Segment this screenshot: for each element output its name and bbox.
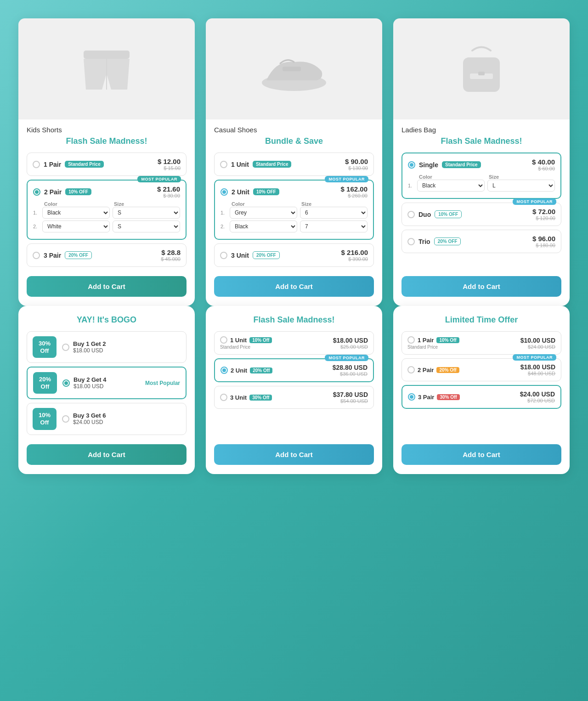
bogo-badge: 10%Off — [33, 408, 57, 430]
bogo-option[interactable]: 10%Off Buy 3 Get 6 $24.00 USD — [27, 403, 187, 435]
option-original-price: $ 130.00 — [345, 165, 368, 171]
add-to-cart-button[interactable]: Add to Cart — [401, 276, 561, 297]
option-badge: 10% OFF — [253, 188, 279, 195]
option-row-2pair[interactable]: MOST POPULAR 2 Pair 10% OFF $ 21.60 $ 30… — [27, 180, 187, 240]
promo-title: Bundle & Save — [214, 136, 374, 146]
option-original-price: $ 15.00 — [158, 165, 181, 171]
radio-button[interactable] — [220, 367, 228, 374]
option-row-2unit[interactable]: MOST POPULAR 2 Unit 20% Off $28.80 USD $… — [214, 358, 374, 382]
size-select[interactable]: XSSMLXL — [113, 220, 180, 232]
radio-button[interactable] — [62, 344, 69, 351]
color-select[interactable]: BlackWhiteGreyRed — [42, 220, 110, 232]
option-label: Trio — [418, 238, 430, 245]
option-original-price: $25.00 USD — [333, 344, 368, 350]
option-row-3pair[interactable]: 3 Pair 30% Off $24.00 USD $72.00 USD — [401, 385, 561, 409]
option-badge: 20% OFF — [253, 251, 280, 259]
add-to-cart-button[interactable]: Add to Cart — [401, 444, 561, 465]
radio-button[interactable] — [62, 415, 69, 423]
size-header: Size — [489, 174, 555, 180]
size-select[interactable]: 56789 — [300, 220, 368, 232]
size-select[interactable]: XSSMLXL — [113, 207, 180, 219]
option-price: $ 90.00 — [345, 158, 368, 165]
option-price: $ 28.8 — [161, 249, 181, 256]
option-original-price: $48.00 USD — [520, 371, 555, 376]
option-badge: 10% Off — [436, 337, 459, 343]
sub-label: Standard Price — [220, 345, 250, 350]
color-select[interactable]: BlackWhiteRed — [417, 180, 485, 192]
option-price: $28.80 USD — [333, 364, 368, 371]
option-label: Duo — [418, 211, 431, 218]
option-row-1unit[interactable]: 1 Unit 10% Off Standard Price $18.00 USD… — [214, 331, 374, 355]
radio-button[interactable] — [220, 161, 227, 168]
option-row-3unit[interactable]: 3 Unit 30% Off $37.80 USD $54.00 USD — [214, 386, 374, 409]
option-badge: 10% OFF — [65, 188, 91, 195]
radio-button[interactable] — [220, 252, 227, 259]
radio-button[interactable] — [33, 188, 40, 196]
option-price: $10.00 USD — [520, 337, 555, 344]
radio-button[interactable] — [220, 336, 227, 344]
most-popular-badge: MOST POPULAR — [325, 355, 368, 361]
option-price: $ 96.00 — [532, 235, 555, 243]
product-card-casual-shoes: Casual Shoes Bundle & Save 1 Unit Standa… — [206, 18, 382, 306]
radio-button[interactable] — [407, 238, 415, 245]
option-row-1unit[interactable]: 1 Unit Standard Price $ 90.00 $ 130.00 — [214, 153, 374, 176]
add-to-cart-button[interactable]: Add to Cart — [27, 276, 187, 297]
bogo-price: $18.00 USD — [73, 347, 181, 354]
select-row: 2. BlackWhiteGreyRed XSSMLXL — [33, 220, 180, 232]
select-row: 1. BlackWhiteGreyRed 56789 — [220, 207, 368, 219]
add-to-cart-button[interactable]: Add to Cart — [27, 444, 187, 465]
option-row-2pair[interactable]: MOST POPULAR 2 Pair 20% Off $18.00 USD $… — [401, 358, 561, 381]
promo-title: YAY! It's BOGO — [27, 315, 187, 325]
option-original-price: $ 120.00 — [532, 215, 555, 221]
size-select[interactable]: 56789 — [300, 207, 368, 219]
bogo-option[interactable]: 20%Off Buy 2 Get 4 $18.00 USD Most Popul… — [27, 367, 187, 399]
product-card-flash-sale: Flash Sale Madness! 1 Unit 10% Off Stand… — [206, 306, 382, 474]
bogo-label: Buy 1 Get 2 — [73, 340, 181, 347]
product-title: Ladies Bag — [401, 126, 561, 134]
option-badge: Standard Price — [442, 161, 481, 168]
option-badge: 30% Off — [437, 394, 459, 400]
most-popular-badge: MOST POPULAR — [137, 176, 181, 182]
promo-title: Flash Sale Madness! — [27, 136, 187, 146]
most-popular-badge: MOST POPULAR — [325, 176, 368, 182]
bogo-option[interactable]: 30%Off Buy 1 Get 2 $18.00 USD — [27, 331, 187, 363]
option-row-2unit[interactable]: MOST POPULAR 2 Unit 10% OFF $ 162.00 $ 2… — [214, 180, 374, 240]
radio-button[interactable] — [408, 393, 415, 401]
option-row-single[interactable]: Single Standard Price $ 40.00 $ 60.00 Co… — [401, 153, 561, 199]
color-select[interactable]: BlackWhiteGreyRed — [42, 207, 110, 219]
add-to-cart-button[interactable]: Add to Cart — [214, 276, 374, 297]
svg-rect-0 — [84, 51, 130, 59]
option-price: $37.80 USD — [333, 391, 368, 398]
add-to-cart-button[interactable]: Add to Cart — [214, 444, 374, 465]
radio-button[interactable] — [408, 161, 415, 169]
radio-button[interactable] — [407, 211, 415, 218]
option-row-trio[interactable]: Trio 20% OFF $ 96.00 $ 180.00 — [401, 230, 561, 253]
radio-button[interactable] — [220, 394, 227, 401]
radio-button[interactable] — [62, 379, 70, 387]
option-badge: 20% Off — [436, 367, 459, 373]
option-row-duo[interactable]: MOST POPULAR Duo 10% OFF $ 72.00 $ 120.0… — [401, 203, 561, 226]
option-label: 1 Pair — [44, 161, 61, 168]
option-row-1pair[interactable]: 1 Pair 10% Off Standard Price $10.00 USD… — [401, 331, 561, 355]
radio-button[interactable] — [33, 252, 40, 259]
option-badge: Standard Price — [65, 161, 104, 168]
radio-button[interactable] — [220, 188, 228, 196]
radio-button[interactable] — [407, 366, 415, 373]
radio-button[interactable] — [407, 336, 415, 344]
option-original-price: $ 30.00 — [157, 193, 180, 198]
option-badge: 30% Off — [249, 395, 272, 401]
option-label: 2 Unit — [231, 367, 247, 374]
color-select[interactable]: BlackWhiteGreyRed — [230, 207, 297, 219]
option-row-3pair[interactable]: 3 Pair 20% OFF $ 28.8 $ 45.000 — [27, 243, 187, 267]
option-row-1pair[interactable]: 1 Pair Standard Price $ 12.00 $ 15.00 — [27, 153, 187, 176]
bogo-label: Buy 3 Get 6 — [73, 412, 181, 419]
color-select[interactable]: BlackWhiteGreyRed — [230, 220, 297, 232]
most-popular-text: Most Popular — [145, 380, 180, 386]
option-price: $18.00 USD — [333, 337, 368, 344]
size-select[interactable]: XSSMLXL — [487, 180, 555, 192]
option-label: 2 Unit — [232, 188, 249, 196]
product-image — [206, 18, 382, 119]
radio-button[interactable] — [33, 161, 40, 168]
option-row-3unit[interactable]: 3 Unit 20% OFF $ 216.00 $ 390.00 — [214, 243, 374, 267]
option-original-price: $ 390.00 — [341, 256, 368, 262]
